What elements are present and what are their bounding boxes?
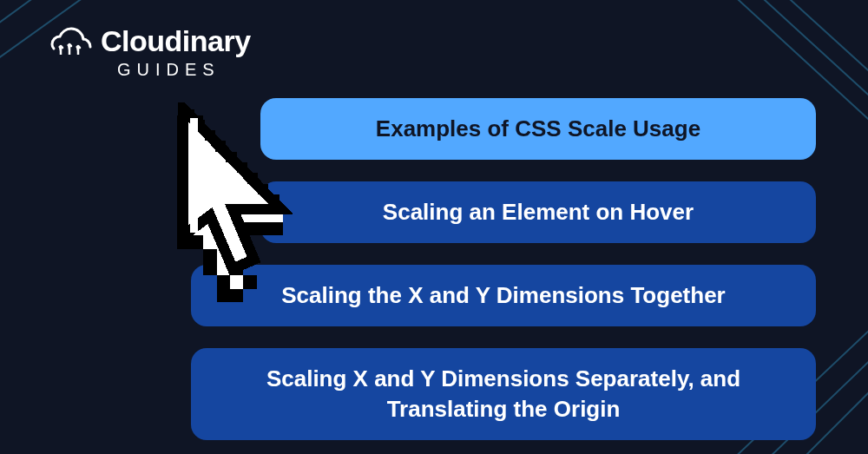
brand-name: Cloudinary <box>101 24 251 58</box>
svg-rect-11 <box>205 130 215 141</box>
guide-item-label: Scaling an Element on Hover <box>383 197 694 227</box>
svg-rect-15 <box>247 173 258 183</box>
cloud-icon <box>50 27 92 56</box>
guide-item-label: Scaling the X and Y Dimensions Together <box>281 280 725 311</box>
svg-rect-17 <box>268 194 279 205</box>
brand-subtitle: GUIDES <box>117 60 220 80</box>
svg-rect-9 <box>183 109 194 120</box>
guide-item-label: Examples of CSS Scale Usage <box>376 114 700 144</box>
svg-rect-14 <box>237 162 247 173</box>
guide-item-hover[interactable]: Scaling an Element on Hover <box>260 181 816 243</box>
svg-rect-16 <box>258 184 268 194</box>
guide-item-label: Scaling X and Y Dimensions Separately, a… <box>217 364 790 424</box>
guide-item-examples[interactable]: Examples of CSS Scale Usage <box>260 98 816 160</box>
cursor-icon <box>148 102 312 302</box>
svg-line-3 <box>755 0 868 102</box>
guide-item-xy-separate[interactable]: Scaling X and Y Dimensions Separately, a… <box>191 348 816 440</box>
svg-line-2 <box>781 0 868 78</box>
svg-rect-18 <box>190 118 198 233</box>
brand-logo: Cloudinary GUIDES <box>50 24 251 80</box>
svg-rect-13 <box>226 152 236 162</box>
svg-rect-12 <box>215 141 226 151</box>
